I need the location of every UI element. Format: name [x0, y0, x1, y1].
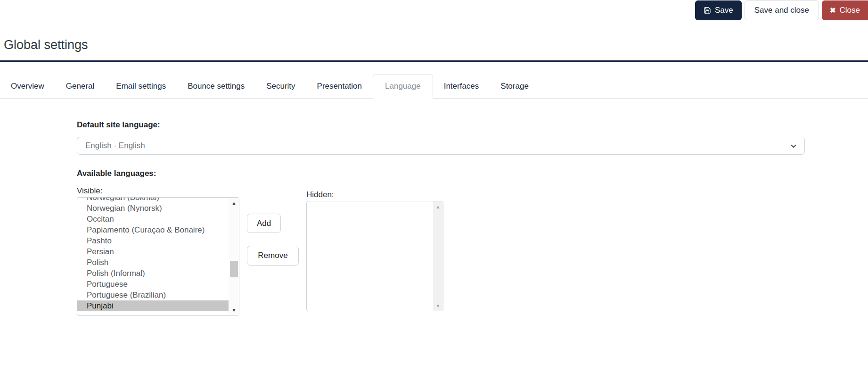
close-x-icon: ✖ [830, 6, 836, 15]
tab-overview[interactable]: Overview [0, 74, 55, 98]
list-item[interactable]: Persian [77, 246, 229, 257]
toolbar: Save Save and close ✖ Close [695, 0, 868, 20]
add-button[interactable]: Add [247, 214, 281, 233]
scroll-up-icon[interactable]: ▲ [229, 200, 239, 206]
hidden-column: Hidden: ▲ ▼ [306, 186, 443, 311]
list-item[interactable]: Pashto [77, 235, 229, 246]
transfer-buttons: Add Remove [247, 186, 300, 266]
tab-language[interactable]: Language [373, 74, 433, 99]
visible-languages-list: Norwegian (Bokmål) Norwegian (Nynorsk) O… [77, 197, 229, 311]
tab-interfaces[interactable]: Interfaces [433, 74, 490, 98]
close-button-label: Close [840, 6, 860, 15]
hidden-list-scrollbar[interactable]: ▲ ▼ [433, 201, 443, 311]
tab-storage[interactable]: Storage [490, 74, 540, 98]
visible-list-scrollbar[interactable]: ▲ ▼ [229, 198, 239, 315]
tab-email-settings[interactable]: Email settings [105, 74, 177, 98]
hidden-languages-listbox[interactable]: ▲ ▼ [306, 201, 443, 311]
chevron-down-icon [789, 142, 798, 153]
default-language-select[interactable]: English - English [77, 137, 805, 155]
list-item[interactable]: Norwegian (Bokmål) [77, 197, 229, 203]
save-and-close-button[interactable]: Save and close [745, 0, 819, 20]
scroll-down-icon[interactable]: ▼ [433, 303, 443, 308]
language-picker: Visible: Norwegian (Bokmål) Norwegian (N… [77, 186, 805, 316]
tab-general[interactable]: General [55, 74, 105, 98]
tab-security[interactable]: Security [255, 74, 306, 98]
save-button[interactable]: Save [695, 0, 742, 20]
list-item[interactable]: Occitan [77, 214, 229, 224]
tab-bar: Overview General Email settings Bounce s… [0, 74, 868, 99]
visible-languages-listbox[interactable]: Norwegian (Bokmål) Norwegian (Nynorsk) O… [77, 197, 239, 316]
scrollbar-thumb[interactable] [230, 261, 238, 277]
scroll-up-icon[interactable]: ▲ [433, 204, 443, 209]
available-languages-label: Available languages: [77, 169, 805, 178]
list-item[interactable]: Norwegian (Nynorsk) [77, 203, 229, 214]
remove-button[interactable]: Remove [247, 246, 299, 266]
scroll-down-icon[interactable]: ▼ [229, 308, 239, 313]
close-button[interactable]: ✖ Close [822, 0, 868, 20]
visible-label: Visible: [77, 186, 239, 196]
hidden-label: Hidden: [306, 190, 443, 199]
list-item-selected[interactable]: Punjabi [77, 300, 229, 311]
list-item[interactable]: Polish [77, 257, 229, 268]
default-site-language-label: Default site language: [77, 120, 805, 130]
save-button-label: Save [715, 6, 733, 15]
list-item[interactable]: Polish (Informal) [77, 268, 229, 279]
save-and-close-button-label: Save and close [754, 6, 809, 15]
list-item[interactable]: Portuguese (Brazilian) [77, 290, 229, 300]
heading-divider [0, 60, 868, 62]
list-item[interactable]: Papiamento (Curaçao & Bonaire) [77, 224, 229, 235]
visible-column: Visible: Norwegian (Bokmål) Norwegian (N… [77, 186, 239, 316]
tab-bounce-settings[interactable]: Bounce settings [177, 74, 255, 98]
language-settings-panel: Default site language: English - English… [77, 98, 805, 316]
page-title: Global settings [4, 38, 88, 52]
default-language-selected-value: English - English [85, 141, 145, 150]
floppy-disk-icon [704, 7, 711, 14]
list-item[interactable]: Portuguese [77, 279, 229, 290]
tab-presentation[interactable]: Presentation [306, 74, 373, 98]
